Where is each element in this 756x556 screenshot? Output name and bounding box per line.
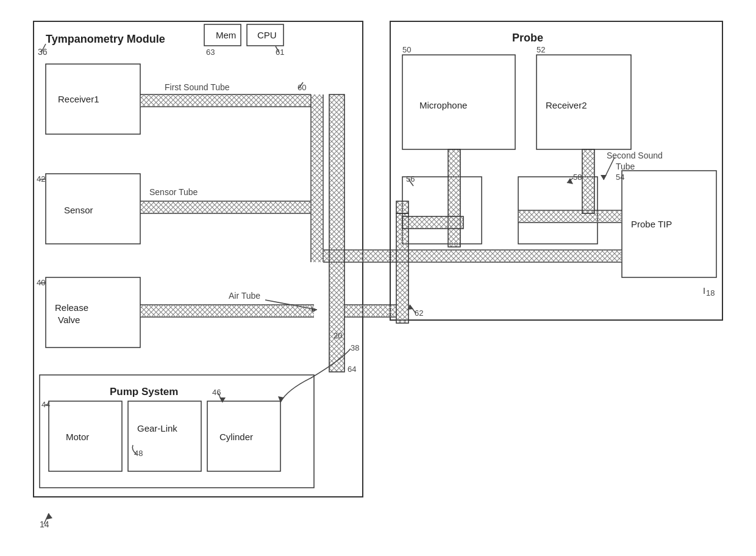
- number-38: 38: [351, 343, 359, 352]
- svg-rect-51: [402, 216, 463, 229]
- svg-rect-28: [329, 94, 344, 372]
- svg-rect-22: [140, 201, 311, 213]
- sensor-label: Sensor: [64, 205, 93, 215]
- number-14: 14: [40, 519, 49, 529]
- diagram-container: Tympanometry Module 36 Mem 63 CPU 61 Rec…: [0, 0, 756, 556]
- svg-rect-50: [582, 149, 594, 213]
- microphone-number: 50: [402, 45, 411, 54]
- svg-rect-45: [396, 213, 408, 323]
- release-valve-label-line2: Valve: [58, 315, 80, 325]
- receiver2-label: Receiver2: [546, 100, 587, 110]
- svg-rect-48: [396, 201, 408, 213]
- svg-rect-16: [311, 94, 323, 262]
- pump-system-label: Pump System: [110, 386, 178, 397]
- mem-label: Mem: [216, 30, 236, 40]
- cylinder-label: Cylinder: [219, 432, 253, 442]
- first-sound-tube-label: First Sound Tube: [165, 82, 230, 92]
- cpu-label: CPU: [257, 30, 277, 40]
- tympanometry-module-label: Tympanometry Module: [46, 33, 165, 45]
- release-valve-label-line1: Release: [55, 302, 88, 313]
- box-56: [402, 177, 482, 244]
- probe-tip-label-line1: Probe TIP: [631, 219, 672, 229]
- svg-rect-41: [518, 210, 622, 223]
- air-tube-label: Air Tube: [229, 291, 260, 301]
- probe-tip-number: 18: [706, 288, 715, 298]
- second-sound-tube-label-line1: Second Sound: [607, 151, 663, 160]
- motor-label: Motor: [66, 432, 89, 442]
- svg-rect-49: [448, 149, 460, 247]
- number-20: 20: [333, 331, 342, 340]
- tympanometry-module-number: 36: [38, 47, 48, 57]
- sensor-tube-label: Sensor Tube: [149, 187, 198, 197]
- second-sound-tube-number: 54: [616, 173, 624, 182]
- svg-rect-38: [396, 250, 622, 262]
- svg-rect-27: [140, 305, 314, 317]
- number-64: 64: [348, 365, 356, 374]
- gear-link-label: Gear-Link: [137, 423, 177, 433]
- gear-link-box: [128, 401, 201, 471]
- number-58: 58: [573, 173, 582, 182]
- probe-label: Probe: [512, 32, 543, 44]
- mem-number: 63: [206, 48, 215, 57]
- receiver2-number: 52: [537, 45, 545, 54]
- microphone-label: Microphone: [419, 100, 467, 110]
- svg-rect-44: [344, 305, 396, 317]
- svg-rect-13: [140, 94, 311, 107]
- receiver1-label: Receiver1: [58, 94, 99, 104]
- second-sound-tube-label-line2: Tube: [616, 162, 635, 171]
